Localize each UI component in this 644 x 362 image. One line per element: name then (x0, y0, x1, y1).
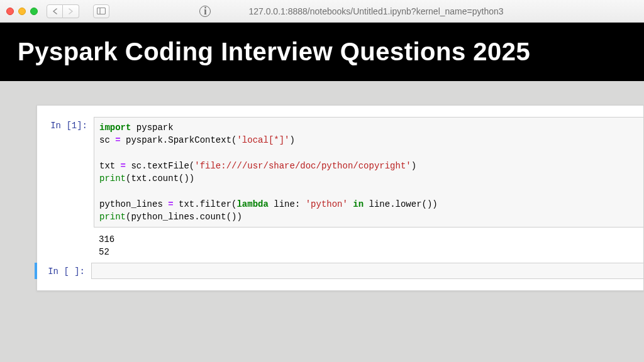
cell-output: 316 52 (94, 231, 643, 262)
sidebar-toggle-button[interactable] (93, 4, 109, 18)
title-banner: Pyspark Coding Interview Questions 2025 (0, 23, 644, 81)
url-text[interactable]: 127.0.0.1:8888/notebooks/Untitled1.ipynb… (248, 6, 503, 16)
cell-input[interactable]: import pyspark sc = pyspark.SparkContext… (94, 117, 643, 228)
close-icon[interactable] (6, 8, 14, 15)
back-button[interactable] (47, 4, 63, 18)
cell-prompt: In [1]: (37, 117, 94, 131)
page-body: In [1]:import pyspark sc = pyspark.Spark… (0, 81, 644, 360)
code-cell[interactable]: In [ ]: (35, 263, 643, 279)
site-info-icon[interactable]: i (199, 6, 211, 17)
code-cell[interactable]: In [1]:import pyspark sc = pyspark.Spark… (37, 117, 643, 228)
page-title: Pyspark Coding Interview Questions 2025 (18, 38, 626, 66)
minimize-icon[interactable] (18, 8, 26, 15)
forward-button[interactable] (63, 4, 79, 18)
browser-chrome: i 127.0.0.1:8888/notebooks/Untitled1.ipy… (0, 0, 644, 23)
svg-rect-0 (97, 8, 106, 14)
window-controls (6, 8, 38, 15)
maximize-icon[interactable] (30, 8, 38, 15)
cell-prompt: In [ ]: (37, 263, 91, 277)
nav-back-forward (47, 4, 79, 18)
address-bar-area: i 127.0.0.1:8888/notebooks/Untitled1.ipy… (114, 6, 638, 17)
notebook-container: In [1]:import pyspark sc = pyspark.Spark… (36, 105, 644, 291)
cell-input[interactable] (91, 263, 643, 279)
